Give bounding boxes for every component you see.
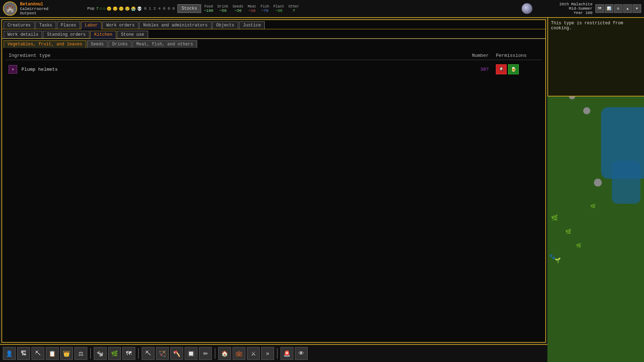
- item-name-plump-helmets: Plump helmets: [21, 67, 467, 72]
- main-tab-bar: Creatures Tasks Places Labor Work orders…: [2, 20, 545, 29]
- right-panel: This type is restricted from cooking.: [547, 18, 644, 96]
- face-ok1: 😐: [107, 6, 112, 11]
- item-permissions: 🍳 🍺: [496, 64, 539, 74]
- resource-drink: Drink ~50: [218, 5, 228, 13]
- tab-objects[interactable]: Objects: [212, 21, 238, 29]
- toolbar-trade-btn[interactable]: 💼: [233, 347, 245, 360]
- resource-plant: Plant ~30: [273, 5, 284, 13]
- map-water-2: [612, 161, 640, 204]
- item-icon-plump-helmets: ♦: [9, 65, 17, 74]
- tab-standing-orders[interactable]: Standing orders: [43, 31, 89, 38]
- table-header: Ingredient type Number Permissions: [6, 51, 542, 60]
- tab-stone-use[interactable]: Stone use: [117, 31, 148, 38]
- toolbar-military-btn[interactable]: ⚔: [247, 347, 260, 360]
- tab-justice[interactable]: Justice: [239, 21, 265, 29]
- toolbar-nobles-btn[interactable]: 👑: [60, 347, 73, 360]
- fortress-type: Outpost: [20, 11, 84, 15]
- map-stone-3: [583, 107, 590, 114]
- pop-value: 7: [96, 6, 99, 11]
- map-tree-3: 🌿: [576, 243, 581, 248]
- nav-down-btn[interactable]: ▼: [633, 4, 641, 13]
- tab-kitchen[interactable]: Kitchen: [90, 31, 116, 38]
- panel-text: This type is restricted from cooking.: [551, 21, 641, 31]
- nav-map-btn[interactable]: 🗺: [595, 4, 604, 13]
- brew-icon: 🍺: [511, 67, 516, 72]
- stocks-button[interactable]: Stocks: [177, 4, 201, 13]
- top-bar: 🏰 Betanònul Calmirroored Outpost Pop 7 ☺…: [0, 0, 644, 18]
- resource-food: Food ~100: [204, 5, 213, 13]
- face-happy1: ☺: [99, 6, 102, 11]
- pop-label: Pop: [87, 6, 94, 11]
- tab-drinks[interactable]: Drinks: [108, 40, 132, 48]
- col-header-ingredient: Ingredient type: [9, 53, 467, 58]
- toolbar-pick-btn[interactable]: ⛏: [142, 347, 155, 360]
- cook-icon: 🍳: [499, 67, 504, 72]
- map-tree-5: 🌿: [590, 204, 596, 209]
- tab-tasks[interactable]: Tasks: [35, 21, 56, 29]
- date-info: 26th Malachite Mid-Summer Year 100: [535, 2, 592, 15]
- resource-fish: Fish ~70: [260, 5, 269, 13]
- col-header-number: Number: [467, 53, 496, 58]
- toolbar-hunt-btn[interactable]: 🏹: [156, 347, 169, 360]
- toolbar-eye-btn[interactable]: 👁: [295, 347, 308, 360]
- tab-meat-fish[interactable]: Meat, fish, and others: [132, 40, 197, 48]
- tab-places[interactable]: Places: [57, 21, 80, 29]
- toolbar-plants-btn[interactable]: 🌿: [108, 347, 121, 360]
- nav-info-btn[interactable]: 📊: [605, 4, 613, 13]
- resource-other: Other ?: [288, 5, 299, 13]
- tab-nobles[interactable]: Nobles and administrators: [139, 21, 211, 29]
- perm-cook-button[interactable]: 🍳: [496, 64, 507, 74]
- tab-vegetables[interactable]: Vegetables, fruit, and leaves: [4, 40, 86, 48]
- tab-creatures[interactable]: Creatures: [4, 21, 35, 29]
- tab-labor[interactable]: Labor: [81, 21, 102, 29]
- perm-brew-button[interactable]: 🍺: [508, 64, 519, 74]
- kitchen-content: Ingredient type Number Permissions ♦ Plu…: [2, 48, 545, 342]
- resource-meat: Meat ~10: [248, 5, 256, 13]
- map-tree-2: 🌿: [565, 229, 571, 235]
- item-number-plump-helmets: 30?: [467, 67, 496, 72]
- date-line2: Mid-Summer: [535, 6, 592, 11]
- toolbar-buildings-btn[interactable]: 🏗: [17, 347, 30, 360]
- resources-bar: Food ~100 Drink ~50 Seeds ~30 Meat ~10 F…: [204, 5, 519, 13]
- toolbar-mining-btn[interactable]: ⛏: [31, 347, 44, 360]
- toolbar-alert-btn[interactable]: 🚨: [280, 347, 293, 360]
- fortress-subtitle: Calmirroored: [20, 7, 84, 11]
- toolbar-separator-1: [90, 348, 91, 359]
- nav-up-btn[interactable]: ▲: [623, 4, 632, 13]
- toolbar-separator-4: [277, 348, 278, 359]
- toolbar-justice-btn[interactable]: ⚖: [74, 347, 87, 360]
- toolbar-more-btn[interactable]: »: [261, 347, 274, 360]
- toolbar-tasks-btn[interactable]: 📋: [46, 347, 59, 360]
- toolbar-chop-btn[interactable]: 🪓: [170, 347, 183, 360]
- item-icon-char: ♦: [12, 68, 14, 71]
- toolbar-zones-btn[interactable]: 🗺: [122, 347, 135, 360]
- toolbar-units-btn[interactable]: 👤: [3, 347, 16, 360]
- face-ok2: 😐: [113, 6, 118, 11]
- face-meh: 😕: [119, 6, 124, 11]
- map-tree-4: 🌱: [555, 257, 561, 263]
- face-very-sad: 😭: [131, 6, 136, 11]
- toolbar-separator-3: [215, 348, 215, 359]
- toolbar-build-btn[interactable]: 🏠: [218, 347, 231, 360]
- map-creature: 🐾: [549, 254, 555, 260]
- nav-settings-btn[interactable]: ⚙: [614, 4, 623, 13]
- date-line3: Year 100: [535, 11, 592, 15]
- tab-work-details[interactable]: Work details: [4, 31, 42, 38]
- toolbar-engrave-btn[interactable]: ✏: [199, 347, 212, 360]
- face-dead: 💀: [137, 6, 142, 11]
- date-line1: 26th Malachite: [535, 2, 592, 6]
- map-stone-4: [594, 179, 602, 187]
- tab-work-orders[interactable]: Work orders: [102, 21, 138, 29]
- table-row: ♦ Plump helmets 30? 🍳 🍺: [6, 63, 542, 76]
- tab-seeds[interactable]: Seeds: [87, 40, 108, 48]
- bottom-bar: 👤 🏗 ⛏ 📋 👑 ⚖ 🐄 🌿 🗺 ⛏ 🏹 🪓 🔲 ✏ 🏠 💼 ⚔ » 🚨 👁: [0, 344, 547, 362]
- nav-icons: 🗺 📊 ⚙ ▲ ▼: [595, 4, 641, 13]
- kitchen-tab-bar: Vegetables, fruit, and leaves Seeds Drin…: [2, 39, 545, 48]
- toolbar-animals-btn[interactable]: 🐄: [94, 347, 107, 360]
- labor-tab-bar: Work details Standing orders Kitchen Sto…: [2, 29, 545, 39]
- face-sad: 😢: [125, 6, 130, 11]
- col-header-permissions: Permissions: [496, 53, 539, 58]
- main-content: Creatures Tasks Places Labor Work orders…: [1, 19, 546, 343]
- face-happy2: ☺: [103, 6, 106, 11]
- toolbar-smooth-btn[interactable]: 🔲: [185, 347, 197, 360]
